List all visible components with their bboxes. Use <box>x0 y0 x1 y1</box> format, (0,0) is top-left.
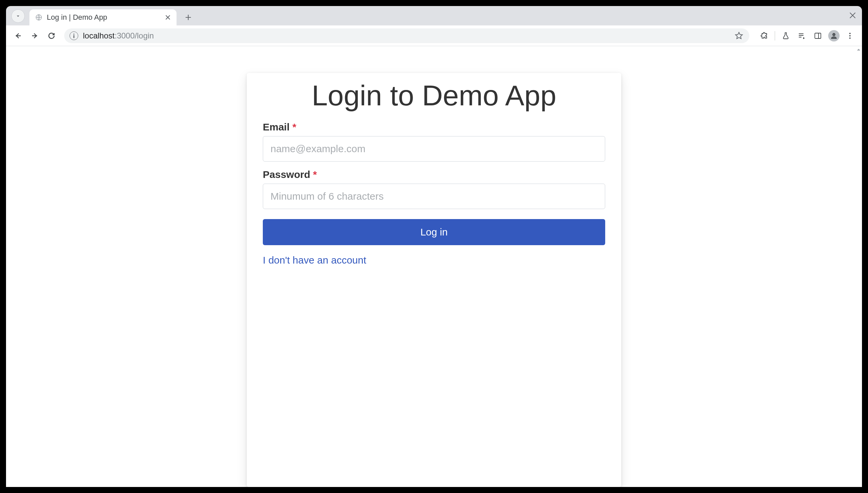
password-label: Password * <box>263 169 605 180</box>
scrollbar-up[interactable] <box>856 47 861 53</box>
login-button[interactable]: Log in <box>263 219 605 245</box>
tab-close-button[interactable] <box>164 14 172 21</box>
required-mark: * <box>313 169 317 180</box>
puzzle-icon <box>760 32 768 40</box>
menu-button[interactable] <box>843 28 857 43</box>
browser-toolbar: localhost:3000/login <box>6 25 862 46</box>
page-viewport: Login to Demo App Email * Password * Lo <box>6 46 862 487</box>
login-heading: Login to Demo App <box>263 79 605 112</box>
tab-strip: Log in | Demo App <box>6 6 862 25</box>
password-field[interactable] <box>263 184 605 209</box>
star-icon <box>735 31 743 40</box>
tab-search-button[interactable] <box>12 9 25 23</box>
arrow-right-icon <box>31 32 39 40</box>
bookmark-button[interactable] <box>734 31 744 41</box>
url-text: localhost:3000/login <box>83 31 729 41</box>
svg-point-4 <box>832 33 835 36</box>
close-icon <box>165 15 170 20</box>
flask-icon <box>782 32 790 40</box>
media-button[interactable] <box>795 28 809 43</box>
side-panel-button[interactable] <box>810 28 825 43</box>
reload-icon <box>47 32 55 40</box>
url-host: localhost <box>83 31 115 40</box>
back-button[interactable] <box>11 28 25 43</box>
address-bar[interactable]: localhost:3000/login <box>64 28 749 43</box>
arrow-left-icon <box>14 32 22 40</box>
svg-rect-3 <box>815 33 821 39</box>
tab-title: Log in | Demo App <box>47 13 160 22</box>
extensions-button[interactable] <box>757 28 771 43</box>
svg-point-6 <box>849 35 851 37</box>
close-icon <box>849 12 856 19</box>
svg-point-1 <box>73 34 74 35</box>
email-field[interactable] <box>263 136 605 162</box>
forward-button[interactable] <box>27 28 42 43</box>
kebab-icon <box>846 32 854 40</box>
svg-point-7 <box>849 38 851 39</box>
panel-icon <box>814 32 822 40</box>
playlist-icon <box>798 32 806 40</box>
browser-tab[interactable]: Log in | Demo App <box>29 9 177 25</box>
labs-button[interactable] <box>778 28 793 43</box>
site-info-button[interactable] <box>70 31 78 40</box>
info-icon <box>73 34 74 38</box>
email-label: Email * <box>263 122 605 133</box>
chevron-down-icon <box>15 13 21 19</box>
svg-rect-2 <box>73 35 74 38</box>
globe-icon <box>35 14 43 21</box>
signup-link[interactable]: I don't have an account <box>263 255 366 266</box>
toolbar-separator <box>775 31 775 41</box>
svg-point-5 <box>849 33 851 34</box>
required-mark: * <box>292 122 296 132</box>
new-tab-button[interactable] <box>182 11 195 24</box>
avatar-icon <box>828 30 840 41</box>
login-card: Login to Demo App Email * Password * Lo <box>247 73 621 487</box>
reload-button[interactable] <box>44 28 59 43</box>
url-path: :3000/login <box>115 31 154 40</box>
window-close-button[interactable] <box>848 11 857 20</box>
caret-up-icon <box>856 48 861 52</box>
plus-icon <box>185 14 191 20</box>
profile-button[interactable] <box>826 28 841 43</box>
